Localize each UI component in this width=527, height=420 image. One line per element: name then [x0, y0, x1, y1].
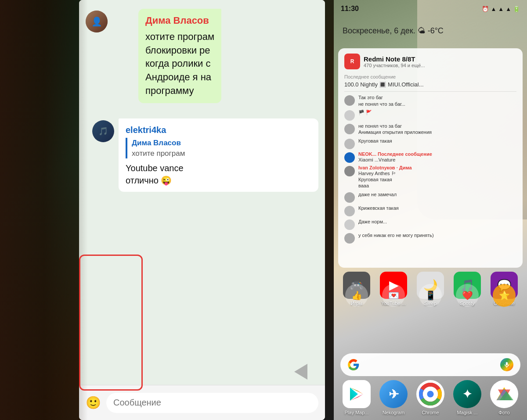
dock-foto[interactable]: Фото	[490, 380, 518, 415]
chat-text-2: Youtube vance отлично 😜	[126, 162, 311, 187]
status-bar: 11:30 ⏰ ▲ ▲ ▲ 🔋	[334, 0, 527, 18]
chat-bubble-1: Дима Власов хотите програм блокировки ре…	[138, 9, 221, 103]
notification-subtitle: 470 участников, 94 и ещё...	[364, 63, 425, 68]
notif-row-content-1: 🏴 🚩	[358, 109, 516, 115]
notif-row-5: Ivan Zolotnуков · Дима Harvey Anthes 🏳Кр…	[344, 165, 516, 189]
notif-dot-6	[344, 192, 355, 203]
notification-card[interactable]: R Redmi Note 8/8T 470 участников, 94 и е…	[338, 48, 523, 268]
chrome-label: Chrome	[422, 410, 439, 415]
notif-row-text-5: Harvey Anthes 🏳Круговая такаявааа	[358, 170, 516, 189]
notif-row-text-1: 🏴 🚩	[358, 109, 516, 115]
status-icons: ⏰ ▲ ▲ ▲ 🔋	[482, 6, 520, 12]
notification-last-message: Последнее сообщение 100.0 Nightly 🔳 MIUI…	[344, 73, 516, 89]
foto-label: Фото	[498, 410, 509, 415]
google-g-icon	[347, 359, 360, 371]
bottom-dock: Play Map... ✈ Nekogram	[338, 380, 523, 416]
app-icon-misc5[interactable]: ⭐	[493, 284, 516, 307]
chat-sender-2: elektri4ka	[126, 124, 311, 136]
notif-row-content-8: Даже норм...	[358, 219, 516, 225]
phone-screen: 👤 Дима Власов хотите програм блокировки …	[79, 0, 325, 420]
notif-row-text-2: не понял что за багАнимация открытия при…	[358, 123, 516, 136]
misc1-icon: 👍	[345, 284, 368, 307]
dock-nekogram[interactable]: ✈ Nekogram	[379, 380, 408, 415]
notif-dot-7	[344, 206, 355, 216]
notif-row-1: 🏴 🚩	[344, 109, 516, 121]
notif-row-content-2: не понял что за багАнимация открытия при…	[358, 123, 516, 136]
wifi-icon: ▲	[498, 6, 504, 12]
chat-text-1: хотите програм блокировки ре когда ролик…	[145, 30, 214, 98]
play-market-icon	[343, 380, 371, 408]
notification-message-text: 100.0 Nightly 🔳 MIUI.Official...	[344, 81, 424, 88]
notif-row-text-8: Даже норм...	[358, 219, 516, 225]
notif-row-text-7: Крижевская такая	[358, 205, 516, 211]
emoji-button[interactable]: 🙂	[86, 395, 101, 410]
avatar-2: 🎵	[92, 120, 114, 142]
dock-chrome[interactable]: Chrome	[416, 380, 444, 415]
notif-row-6: даже не замечал	[344, 191, 516, 203]
nekogram-icon: ✈	[379, 380, 408, 408]
dock-play-market[interactable]: Play Map...	[343, 380, 371, 415]
play-market-label: Play Map...	[344, 410, 368, 415]
notification-rows: Так это багне понял что за баг... 🏴 🚩 не…	[344, 94, 516, 243]
hand-overlay	[0, 0, 88, 420]
notif-dot-5	[344, 166, 355, 176]
back-button-area	[290, 361, 312, 383]
notification-message-label: Последнее сообщение	[344, 74, 396, 79]
notif-row-8: Даже норм...	[344, 219, 516, 230]
notif-row-content-0: Так это багне понял что за баг...	[358, 94, 516, 107]
notif-row-text-9: у себя никак его не могу принять)	[358, 232, 516, 238]
quote-text: хотите програм	[132, 148, 311, 159]
chat-block-2: 🎵 elektri4ka Дима Власов хотите програм …	[86, 118, 318, 192]
chrome-icon	[416, 380, 444, 408]
chat-bubble-2: elektri4ka Дима Власов хотите програм Yo…	[119, 118, 318, 192]
app-icon-misc1[interactable]: 👍	[345, 284, 368, 307]
notif-row-3: Круговая такая	[344, 138, 516, 149]
signal-icon: ▲	[491, 6, 496, 12]
notif-row-text-3: Круговая такая	[358, 138, 516, 144]
chat-sender-1: Дима Власов	[145, 14, 214, 28]
app-icon-misc4[interactable]: ❤️	[456, 284, 479, 307]
notif-row-4: NEOK... Последнее сообщение Xiaomi ...Vn…	[344, 151, 516, 163]
message-input-bar: 🙂	[79, 385, 325, 420]
magisk-icon: ✦	[453, 380, 481, 408]
foto-icon	[490, 380, 518, 408]
back-triangle-icon[interactable]	[294, 364, 307, 380]
notif-row-0: Так это багне понял что за баг...	[344, 94, 516, 107]
google-assistant-icon[interactable]	[500, 358, 513, 371]
notification-divider	[344, 91, 516, 92]
notif-dot-1	[344, 110, 355, 121]
avatar-1: 👤	[86, 11, 108, 32]
status-time: 11:30	[341, 5, 359, 13]
misc5-icon: ⭐	[493, 284, 516, 307]
date-widget: Воскресенье, 6 дек. 🌤 -6°C	[334, 22, 527, 40]
message-input-field[interactable]	[106, 393, 318, 413]
magisk-label: Magisk ...	[457, 410, 477, 415]
notification-title: Redmi Note 8/8T	[364, 55, 425, 63]
notif-dot-9	[344, 233, 355, 244]
nekogram-label: Nekogram	[383, 410, 405, 415]
chat-area: 👤 Дима Власов хотите програм блокировки …	[79, 0, 325, 385]
app-icon-misc3[interactable]: 📱	[419, 284, 442, 307]
notif-row-text-0: Так это багне понял что за баг...	[358, 94, 516, 107]
battery-icon: 🔋	[513, 6, 520, 12]
alarm-icon: ⏰	[482, 6, 489, 12]
date-text: Воскресенье, 6 дек. 🌤 -6°C	[343, 26, 444, 35]
right-panel: 11:30 ⏰ ▲ ▲ ▲ 🔋 Воскресенье, 6 дек. 🌤 -6…	[334, 0, 527, 420]
left-panel: 👤 Дима Власов хотите програм блокировки …	[0, 0, 334, 420]
notif-dot-3	[344, 139, 355, 149]
notif-row-content-4: NEOK... Последнее сообщение Xiaomi ...Vn…	[358, 151, 516, 163]
signal2-icon: ▲	[505, 6, 511, 12]
quote-block: Дима Власов хотите програм	[126, 138, 311, 159]
notif-dot-0	[344, 95, 355, 106]
app-icon-misc2[interactable]: 💌	[382, 284, 405, 307]
dock-magisk[interactable]: ✦ Magisk ...	[453, 380, 481, 415]
google-search-bar[interactable]	[340, 353, 520, 376]
notification-avatar: R	[344, 54, 360, 69]
quote-sender: Дима Власов	[132, 138, 311, 148]
app-icons-row3: 👍 💌 📱 ❤️ ⭐	[334, 284, 527, 307]
notif-row-sender-4: NEOK... Последнее сообщение	[358, 151, 516, 157]
notif-row-content-6: даже не замечал	[358, 191, 516, 197]
notif-row-content-5: Ivan Zolotnуков · Дима Harvey Anthes 🏳Кр…	[358, 165, 516, 189]
notif-row-text-4: Xiaomi ...Vnature	[358, 157, 516, 163]
notif-dot-2	[344, 124, 355, 134]
